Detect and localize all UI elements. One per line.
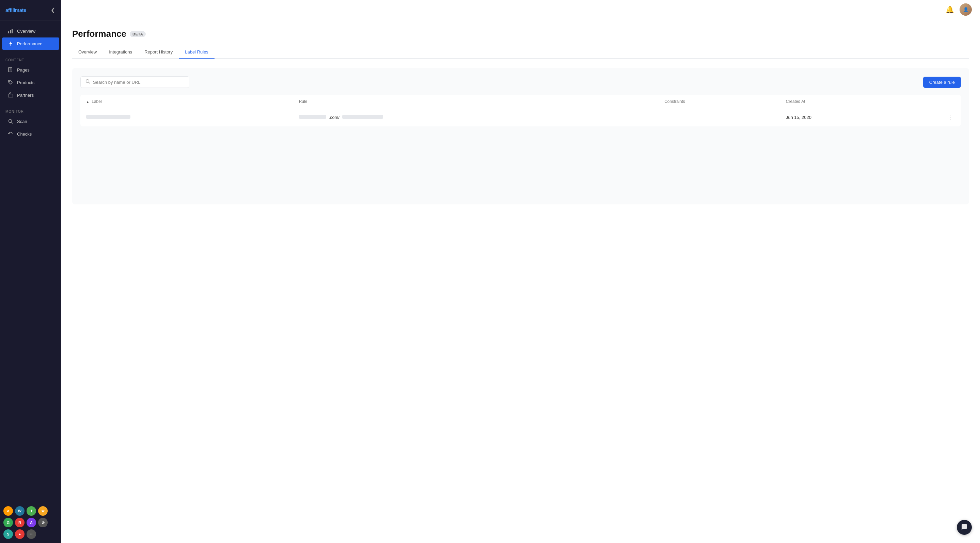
- tab-overview[interactable]: Overview: [72, 46, 103, 59]
- search-wrapper: [80, 76, 189, 88]
- rules-table: ▲ Label Rule Constraints Created At: [80, 95, 961, 126]
- rule-placeholder-1: [299, 115, 326, 119]
- rule-placeholder-2: [342, 115, 383, 119]
- sidebar-item-products[interactable]: Products: [2, 76, 59, 89]
- toolbar-row: Create a rule: [80, 76, 961, 88]
- briefcase-icon: [8, 92, 14, 98]
- sidebar-item-label: Checks: [17, 132, 32, 137]
- tag-icon: [8, 80, 14, 86]
- sidebar-header: affilimate ❮: [0, 0, 61, 21]
- tab-integrations[interactable]: Integrations: [103, 46, 138, 59]
- sidebar-item-performance[interactable]: Performance: [2, 37, 59, 50]
- page-title-row: Performance BETA: [72, 29, 969, 39]
- row-menu-button[interactable]: ⋮: [945, 113, 955, 122]
- monitor-nav: MONITOR Scan Checks: [0, 103, 61, 142]
- integration-green[interactable]: ✦: [27, 506, 36, 516]
- created-at-value: Jun 15, 2020: [786, 115, 811, 120]
- logo: affilimate: [5, 7, 26, 13]
- col-rule: Rule: [294, 95, 659, 108]
- sidebar-item-partners[interactable]: Partners: [2, 89, 59, 101]
- sidebar-item-label: Performance: [17, 41, 42, 46]
- search-icon: [8, 118, 14, 124]
- svg-rect-1: [10, 30, 11, 33]
- row-constraints-cell: [659, 108, 780, 126]
- integration-slash[interactable]: ⊘: [38, 518, 48, 527]
- integration-g[interactable]: G: [3, 518, 13, 527]
- tab-report-history[interactable]: Report History: [138, 46, 179, 59]
- sidebar-item-overview[interactable]: Overview: [2, 25, 59, 37]
- integration-star[interactable]: ★: [38, 506, 48, 516]
- sidebar-item-label: Partners: [17, 93, 34, 98]
- page-title: Performance: [72, 29, 126, 39]
- integration-r[interactable]: R: [15, 518, 24, 527]
- integration-a[interactable]: A: [27, 518, 36, 527]
- page-content: Performance BETA Overview Integrations R…: [61, 19, 980, 543]
- main-area: 🔔 👤 Performance BETA Overview Integratio…: [61, 0, 980, 543]
- tabs: Overview Integrations Report History Lab…: [72, 46, 969, 59]
- col-constraints: Constraints: [659, 95, 780, 108]
- svg-line-11: [11, 122, 13, 124]
- table-row: .com/ Jun 15, 2020 ⋮: [81, 108, 961, 126]
- sort-icon: ▲: [86, 100, 89, 104]
- svg-line-13: [89, 83, 90, 84]
- svg-point-8: [9, 81, 10, 82]
- monitor-section-label: MONITOR: [0, 107, 61, 115]
- col-created-at: Created At: [780, 95, 961, 108]
- page-icon: [8, 67, 14, 73]
- sidebar-item-label: Scan: [17, 119, 27, 124]
- beta-badge: BETA: [130, 31, 146, 37]
- notification-bell[interactable]: 🔔: [946, 5, 954, 14]
- search-icon: [86, 79, 90, 85]
- rule-suffix: .com/: [329, 115, 339, 120]
- bar-chart-icon: [8, 28, 14, 34]
- create-rule-button[interactable]: Create a rule: [923, 76, 961, 88]
- integrations-grid: a W ✦ ★ G R A ⊘ S ● ···: [0, 502, 61, 543]
- svg-rect-2: [11, 29, 13, 33]
- sidebar-item-label: Pages: [17, 67, 30, 73]
- content-nav: CONTENT Pages Products: [0, 51, 61, 103]
- svg-rect-0: [8, 31, 9, 33]
- label-placeholder: [86, 115, 130, 119]
- search-input[interactable]: [93, 80, 184, 85]
- sidebar-item-scan[interactable]: Scan: [2, 115, 59, 127]
- sidebar-collapse-button[interactable]: ❮: [50, 6, 56, 14]
- tab-label-rules[interactable]: Label Rules: [179, 46, 215, 59]
- sidebar-item-label: Products: [17, 80, 34, 85]
- integration-amazon[interactable]: a: [3, 506, 13, 516]
- row-created-at-cell: Jun 15, 2020 ⋮: [780, 108, 961, 126]
- content-section-label: CONTENT: [0, 56, 61, 64]
- refresh-icon: [8, 131, 14, 137]
- sidebar-item-pages[interactable]: Pages: [2, 64, 59, 76]
- svg-marker-3: [9, 41, 12, 46]
- row-label-cell: [81, 108, 294, 126]
- col-label: ▲ Label: [81, 95, 294, 108]
- integration-more[interactable]: ···: [27, 529, 36, 539]
- row-rule-cell: .com/: [294, 108, 659, 126]
- integration-red2[interactable]: ●: [15, 529, 24, 539]
- sidebar-item-checks[interactable]: Checks: [2, 128, 59, 140]
- lightning-icon: [8, 41, 14, 47]
- avatar[interactable]: 👤: [959, 3, 972, 16]
- svg-rect-9: [8, 94, 13, 97]
- integration-s[interactable]: S: [3, 529, 13, 539]
- topbar: 🔔 👤: [61, 0, 980, 19]
- integration-wordpress[interactable]: W: [15, 506, 24, 516]
- sidebar-item-label: Overview: [17, 29, 35, 34]
- chat-fab-button[interactable]: [957, 520, 972, 535]
- label-rules-content: Create a rule ▲ Label Rule Constraint: [72, 68, 969, 204]
- main-nav: Overview Performance: [0, 21, 61, 51]
- sidebar: affilimate ❮ Overview Performance: [0, 0, 61, 543]
